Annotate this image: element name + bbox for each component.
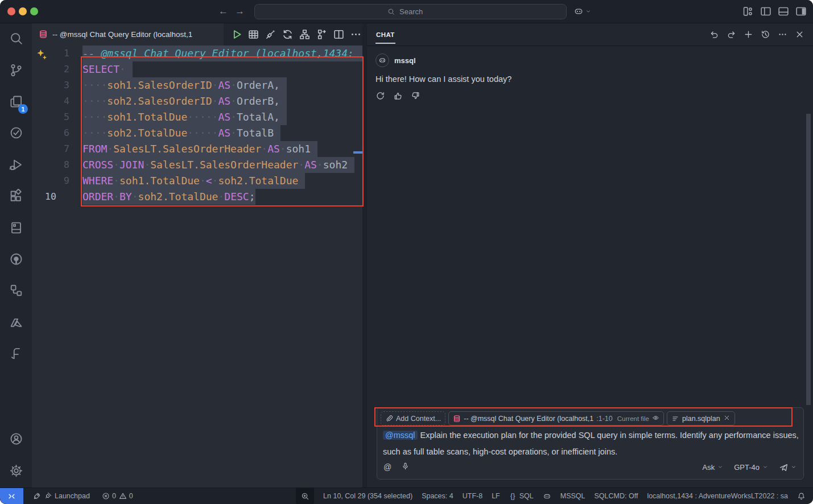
activity-item-source-control[interactable] bbox=[0, 54, 32, 85]
code-line[interactable]: 10ORDER·BY·soh2.TotalDue·DESC; bbox=[32, 189, 362, 205]
copilot-status-item[interactable] bbox=[543, 492, 551, 501]
code-line[interactable]: 2SELECT· bbox=[32, 61, 362, 77]
activity-item-azure[interactable] bbox=[0, 307, 32, 338]
tab-title: -- @mssql Chat Query Editor (localhost,1 bbox=[52, 30, 192, 39]
activity-item-notebooks[interactable] bbox=[0, 212, 32, 243]
activity-item-github[interactable] bbox=[0, 243, 32, 275]
code-line[interactable]: 7FROM·SalesLT.SalesOrderHeader·AS·soh1 bbox=[32, 141, 362, 157]
chat-scrollbar[interactable] bbox=[806, 114, 811, 405]
editor-tab[interactable]: -- @mssql Chat Query Editor (localhost,1 bbox=[32, 23, 224, 46]
change-connection-button[interactable] bbox=[281, 28, 294, 41]
ellipsis-icon bbox=[350, 28, 362, 40]
launchpad-status-item[interactable]: Launchpad bbox=[33, 492, 90, 500]
language-status-item[interactable]: {}SQL bbox=[509, 492, 534, 500]
layout-sidebar-icon[interactable] bbox=[760, 5, 772, 18]
context-chip-current-file[interactable]: -- @mssql Chat Query Editor (localhost,1… bbox=[448, 411, 664, 425]
ellipsis-icon bbox=[778, 30, 787, 39]
mssql-provider-status-item[interactable]: MSSQL bbox=[560, 492, 585, 500]
activity-item-run-debug[interactable] bbox=[0, 149, 32, 180]
selection-tail bbox=[311, 141, 317, 157]
mode-dropdown[interactable]: Ask bbox=[703, 463, 724, 472]
search-input[interactable] bbox=[398, 7, 434, 16]
activity-item-extensions[interactable] bbox=[0, 180, 32, 212]
eye-button[interactable] bbox=[652, 414, 659, 423]
undo-button[interactable] bbox=[709, 30, 719, 39]
token: soh2.TotalDue bbox=[218, 173, 298, 189]
mssql-avatar bbox=[375, 53, 389, 67]
tab-chat[interactable]: CHAT bbox=[375, 25, 395, 44]
encoding-status-item[interactable]: UTF-8 bbox=[463, 492, 482, 500]
code-text: FROM·SalesLT.SalesOrderHeader·AS·soh1 bbox=[82, 141, 362, 157]
token: ····· bbox=[187, 109, 218, 125]
run-query-button[interactable] bbox=[230, 28, 243, 41]
new-chat-button[interactable] bbox=[744, 30, 753, 39]
thumbs-up-button[interactable] bbox=[393, 91, 403, 101]
actual-plan-button[interactable] bbox=[315, 28, 328, 41]
prompt-editor[interactable]: @mssqlExplain the execution plan for the… bbox=[383, 427, 799, 460]
mention-chip[interactable]: @mssql bbox=[383, 431, 418, 440]
cursor-position-status-item[interactable]: Ln 10, Col 29 (354 selected) bbox=[323, 492, 412, 500]
results-grid-button[interactable] bbox=[247, 28, 260, 41]
regenerate-button[interactable] bbox=[375, 91, 385, 101]
code-selection: CROSS·JOIN·SalesLT.SalesOrderHeader·AS·s… bbox=[82, 157, 348, 173]
indentation-status-item[interactable]: Spaces: 4 bbox=[422, 492, 453, 500]
forward-icon[interactable]: → bbox=[235, 6, 245, 17]
split-editor-button[interactable] bbox=[332, 28, 345, 41]
context-chip-plan-file[interactable]: plan.sqlplan bbox=[667, 411, 735, 425]
token: · bbox=[298, 157, 304, 173]
window-close-button[interactable] bbox=[7, 7, 15, 15]
error-icon bbox=[102, 492, 110, 500]
back-icon[interactable]: ← bbox=[218, 6, 228, 17]
customize-layout-icon[interactable] bbox=[742, 5, 754, 18]
code-selection: ····soh2.TotalDue·····AS·TotalB bbox=[82, 125, 274, 141]
copilot-sparkle-icon[interactable] bbox=[36, 48, 48, 60]
command-center-search[interactable] bbox=[254, 4, 567, 19]
code-line[interactable]: 3····soh1.SalesOrderID·AS·OrderA, bbox=[32, 77, 362, 93]
activity-item-accounts[interactable] bbox=[0, 423, 32, 455]
disconnect-button[interactable] bbox=[264, 28, 277, 41]
history-button[interactable] bbox=[761, 30, 770, 39]
mention-picker-button[interactable]: @ bbox=[383, 462, 391, 472]
copilot-menu-button[interactable] bbox=[573, 5, 591, 18]
chat-input-box[interactable]: Add Context...-- @mssql Chat Query Edito… bbox=[377, 407, 804, 480]
activity-item-task-check[interactable] bbox=[0, 117, 32, 148]
estimated-plan-button[interactable] bbox=[298, 28, 311, 41]
code-line[interactable]: 1-- @mssql Chat Query Editor (localhost,… bbox=[32, 46, 362, 61]
token: ····· bbox=[187, 125, 218, 141]
activity-item-search[interactable] bbox=[0, 23, 32, 54]
activity-item-explorer[interactable]: 1 bbox=[0, 86, 32, 117]
azure-icon bbox=[9, 315, 23, 329]
code-editor[interactable]: 1-- @mssql Chat Query Editor (localhost,… bbox=[32, 46, 362, 488]
activity-item-fabric[interactable] bbox=[0, 338, 32, 369]
close-panel-button[interactable] bbox=[795, 30, 804, 39]
window-minimize-button[interactable] bbox=[19, 7, 27, 15]
zoom-status-item[interactable] bbox=[296, 488, 314, 504]
send-button[interactable] bbox=[779, 462, 797, 472]
close-button[interactable] bbox=[723, 414, 731, 423]
thumbs-down-button[interactable] bbox=[411, 91, 420, 101]
layout-sidebar-right-icon[interactable] bbox=[795, 5, 807, 18]
problems-status-item[interactable]: 00 bbox=[102, 492, 133, 500]
context-chip-add-context[interactable]: Add Context... bbox=[381, 411, 445, 425]
connection-status-item[interactable]: localhost,1434 : AdventureWorksLT2022 : … bbox=[647, 492, 788, 500]
eol-status-item[interactable]: LF bbox=[492, 492, 500, 500]
layout-panel-icon[interactable] bbox=[777, 5, 790, 18]
rocket-icon bbox=[33, 492, 41, 500]
notifications-status-item[interactable] bbox=[797, 492, 806, 501]
remote-indicator[interactable] bbox=[0, 488, 23, 504]
code-line[interactable]: 8CROSS·JOIN·SalesLT.SalesOrderHeader·AS·… bbox=[32, 157, 362, 173]
sqlcmd-status-item[interactable]: SQLCMD: Off bbox=[595, 492, 638, 500]
window-zoom-button[interactable] bbox=[30, 7, 38, 15]
token: OrderA, bbox=[237, 77, 280, 93]
more-button[interactable] bbox=[778, 30, 787, 39]
activity-item-connections[interactable] bbox=[0, 275, 32, 306]
code-line[interactable]: 4····soh2.SalesOrderID·AS·OrderB, bbox=[32, 93, 362, 109]
code-line[interactable]: 5····soh1.TotalDue·····AS·TotalA, bbox=[32, 109, 362, 125]
model-dropdown[interactable]: GPT-4o bbox=[734, 463, 768, 472]
more-actions-button[interactable] bbox=[349, 28, 362, 41]
voice-button[interactable] bbox=[401, 462, 410, 473]
code-line[interactable]: 6····soh2.TotalDue·····AS·TotalB bbox=[32, 125, 362, 141]
activity-item-settings[interactable] bbox=[0, 455, 32, 486]
token: soh1.SalesOrderID bbox=[107, 77, 212, 93]
redo-button[interactable] bbox=[727, 30, 736, 39]
